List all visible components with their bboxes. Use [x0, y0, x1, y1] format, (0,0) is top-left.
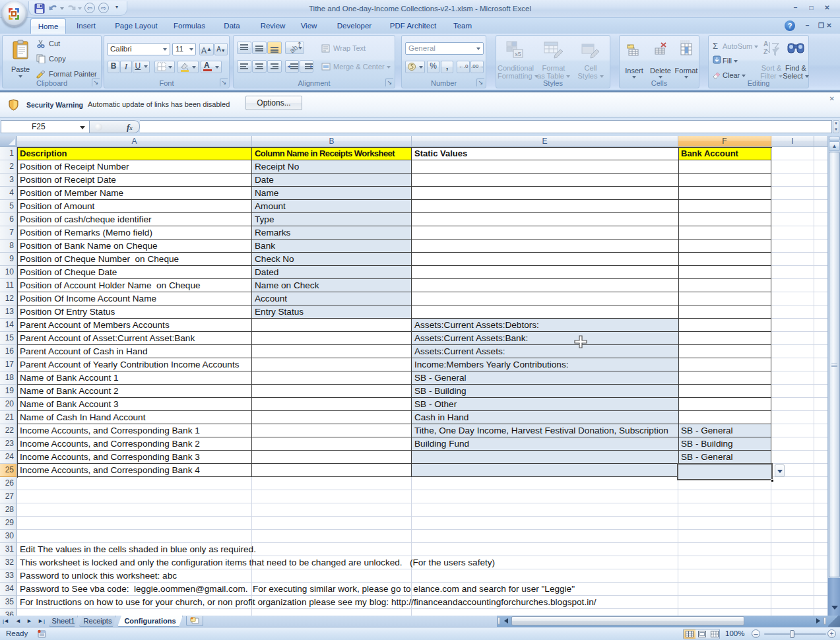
svg-text:A: A [763, 40, 768, 48]
svg-text:Z: Z [763, 48, 767, 55]
svg-text:s5: s5 [515, 51, 521, 57]
